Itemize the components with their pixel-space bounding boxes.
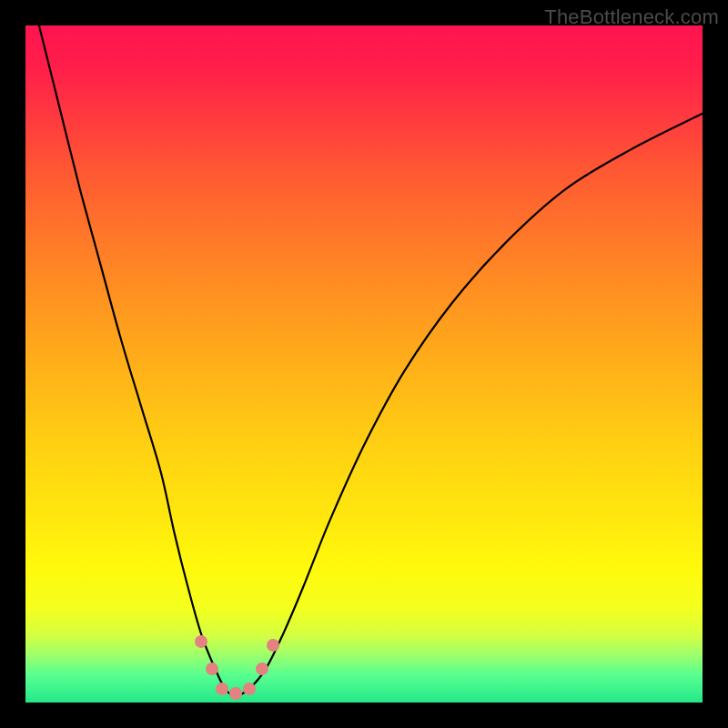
curve-marker-dot (229, 687, 242, 700)
curve-marker-dot (216, 682, 228, 695)
curve-marker-dot (256, 662, 268, 675)
curve-markers (25, 25, 703, 703)
curve-marker-dot (243, 682, 256, 695)
curve-marker-dot (267, 639, 279, 652)
watermark-text: TheBottleneck.com (544, 5, 719, 29)
chart-plot-area (25, 25, 703, 703)
curve-marker-dot (206, 662, 218, 675)
curve-marker-dot (195, 635, 207, 648)
